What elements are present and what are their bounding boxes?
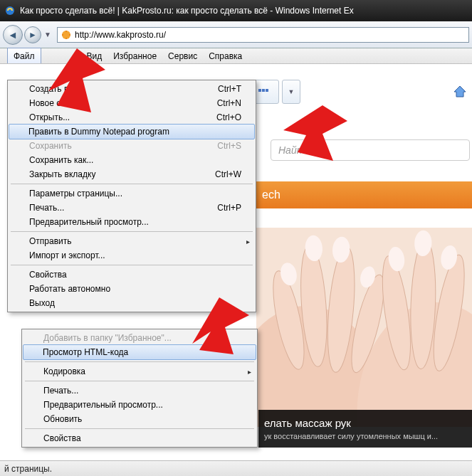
context-menu-item-label: Печать... [43,386,78,396]
context-menu-item-7[interactable]: Обновить [23,412,256,426]
file-menu-item-label: Параметры страницы... [29,189,122,199]
chevron-down-icon: ▼ [44,31,51,38]
menu-help[interactable]: Справка [203,48,248,63]
toolbar-button-2[interactable]: ▼ [282,80,300,104]
file-menu-separator [11,231,253,232]
annotation-arrow-2 [283,105,347,161]
svg-rect-8 [266,89,268,92]
ie-icon [4,5,16,16]
menu-file[interactable]: Файл [7,48,41,63]
file-menu-item-shortcut: Ctrl+S [217,141,241,151]
context-menu-item-6[interactable]: Предварительный просмотр... [23,398,256,412]
svg-rect-7 [262,89,265,92]
svg-marker-29 [454,86,466,97]
file-menu-item-8[interactable]: Параметры страницы... [9,186,254,201]
context-menu-item-3[interactable]: Кодировка▸ [23,364,256,379]
file-menu-item-label: Сохранить [29,141,72,151]
status-bar: й страницы. [0,460,472,476]
nav-buttons: ◄ ► ▼ [3,25,53,45]
file-menu-item-12[interactable]: Отправить▸ [9,234,254,248]
file-menu-item-label: Отправить [29,236,72,246]
context-menu-item-label: Обновить [43,414,82,424]
window-titlebar: Как просто сделать всё! | KakProsto.ru: … [0,0,472,21]
annotation-arrow-1 [41,48,105,112]
file-menu-item-label: Открыть... [29,112,70,122]
back-button[interactable]: ◄ [3,25,23,45]
forward-button[interactable]: ► [24,26,41,43]
navigation-toolbar: ◄ ► ▼ http://www.kakprosto.ru/ [0,21,472,48]
menu-tools[interactable]: Сервис [162,48,203,63]
menu-help-label: Справка [209,51,242,61]
context-menu-item-label: Добавить в папку "Избранное"... [43,333,172,343]
svg-rect-6 [258,89,261,92]
context-menu-item-label: Свойства [43,433,81,443]
file-menu-item-label: Предварительный просмотр... [29,217,149,227]
file-menu-item-16[interactable]: Работать автономно [9,282,254,296]
article-photo [256,228,472,427]
menu-tools-label: Сервис [168,51,197,61]
file-menu-item-13[interactable]: Импорт и экспорт... [9,248,254,263]
file-menu-item-6[interactable]: Закрыть вкладкуCtrl+W [9,167,254,181]
caption-title: елать массаж рук [264,417,466,429]
category-text: ech [262,189,280,201]
address-bar[interactable]: http://www.kakprosto.ru/ [57,27,469,43]
article-caption: елать массаж рук ук восстанавливает силу… [258,410,472,448]
file-menu-separator [11,184,253,184]
annotation-arrow-3 [185,297,249,354]
context-menu-item-label: Предварительный просмотр... [43,400,163,410]
home-button[interactable] [452,84,468,102]
file-menu-item-shortcut: Ctrl+N [217,98,241,108]
file-menu-item-label: Печать... [29,203,64,213]
file-menu-item-label: Работать автономно [29,284,110,294]
address-url: http://www.kakprosto.ru/ [75,30,166,40]
file-menu-item-label: Импорт и экспорт... [29,250,105,260]
file-menu-panel: Создать вкCtrl+TНовое окноCtrl+NОткрыть.… [7,80,256,312]
context-menu-item-5[interactable]: Печать... [23,384,256,398]
svg-marker-26 [48,48,105,112]
file-menu-item-shortcut: Ctrl+T [218,84,241,94]
file-menu-item-2[interactable]: Открыть...Ctrl+O [9,110,254,125]
svg-marker-27 [283,105,347,161]
chevron-down-icon: ▼ [288,88,295,95]
file-menu-item-shortcut: Ctrl+O [216,112,241,122]
context-menu-item-label: Просмотр HTML-кода [43,347,128,357]
file-menu-item-3[interactable]: Править в Dummy Notepad program [9,124,255,139]
file-menu-item-shortcut: Ctrl+W [215,169,241,179]
file-menu-item-9[interactable]: Печать...Ctrl+P [9,201,254,215]
menu-favorites-label: Избранное [113,51,157,61]
context-menu-separator [25,428,254,429]
file-menu-item-label: Выход [29,298,55,308]
menu-file-label: Файл [14,51,35,61]
context-menu-item-9[interactable]: Свойства [23,431,256,445]
window-title: Как просто сделать всё! | KakProsto.ru: … [20,6,354,16]
menu-favorites[interactable]: Избранное [107,48,162,63]
file-menu-item-shortcut: Ctrl+P [217,203,241,213]
context-menu-item-label: Кодировка [43,366,85,376]
category-bar: ech [256,181,472,208]
status-text: й страницы. [4,464,52,474]
caption-subtitle: ук восстанавливает силу утомленных мышц … [264,432,466,440]
context-menu-separator [25,381,254,381]
file-menu-item-10[interactable]: Предварительный просмотр... [9,215,254,229]
file-menu-item-4: СохранитьCtrl+S [9,139,254,153]
context-menu-separator [25,361,254,362]
submenu-arrow-icon: ▸ [246,238,250,245]
file-menu-item-label: Править в Dummy Notepad program [28,127,169,137]
file-menu-item-label: Свойства [29,270,67,280]
nav-history-dropdown[interactable]: ▼ [43,26,53,43]
back-icon: ◄ [8,29,18,41]
forward-icon: ► [28,30,37,40]
svg-marker-28 [192,297,249,354]
file-menu-item-label: Закрыть вкладку [29,169,95,179]
submenu-arrow-icon: ▸ [248,368,251,376]
file-menu-item-15[interactable]: Свойства [9,268,254,282]
file-menu-item-5[interactable]: Сохранить как... [9,153,254,167]
file-menu-item-label: Сохранить как... [29,155,93,165]
svg-point-0 [6,6,14,15]
file-menu-separator [11,265,253,265]
browser-toolbar: ▼ [249,80,300,108]
site-favicon [61,29,72,41]
